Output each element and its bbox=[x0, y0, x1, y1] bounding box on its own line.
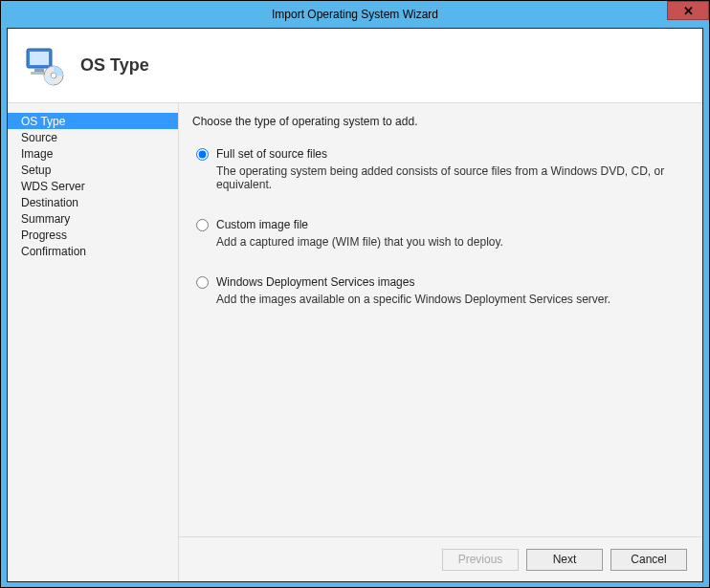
wizard-footer: Previous Next Cancel bbox=[179, 537, 702, 581]
desc-full-source: The operating system being added consist… bbox=[192, 164, 685, 191]
main-panel: Choose the type of operating system to a… bbox=[178, 103, 702, 581]
main-content: Choose the type of operating system to a… bbox=[179, 103, 702, 537]
computer-disc-icon bbox=[21, 43, 67, 89]
sidebar-item-setup[interactable]: Setup bbox=[8, 162, 178, 178]
next-button[interactable]: Next bbox=[526, 549, 603, 571]
wizard-steps-sidebar: OS Type Source Image Setup WDS Server De… bbox=[8, 103, 178, 581]
radio-label-custom-image: Custom image file bbox=[216, 218, 308, 231]
window-body: OS Type OS Type Source Image Setup WDS S… bbox=[7, 28, 703, 582]
wizard-header: OS Type bbox=[8, 29, 702, 103]
sidebar-item-confirmation[interactable]: Confirmation bbox=[8, 243, 178, 259]
svg-rect-2 bbox=[34, 68, 44, 72]
radio-full-source[interactable] bbox=[196, 148, 209, 161]
content-area: OS Type Source Image Setup WDS Server De… bbox=[8, 103, 702, 581]
sidebar-item-os-type[interactable]: OS Type bbox=[8, 113, 178, 129]
titlebar: Import Operating System Wizard ✕ bbox=[1, 1, 709, 28]
svg-point-5 bbox=[51, 73, 56, 78]
sidebar-item-wds-server[interactable]: WDS Server bbox=[8, 178, 178, 194]
radio-wds-images[interactable] bbox=[196, 276, 209, 289]
desc-wds-images: Add the images available on a specific W… bbox=[192, 293, 685, 306]
radio-label-wds-images: Windows Deployment Services images bbox=[216, 275, 414, 289]
radio-custom-image[interactable] bbox=[196, 219, 209, 231]
sidebar-item-progress[interactable]: Progress bbox=[8, 227, 178, 243]
option-wds-images[interactable]: Windows Deployment Services images bbox=[192, 275, 685, 289]
svg-rect-1 bbox=[30, 52, 49, 65]
previous-button: Previous bbox=[442, 549, 519, 571]
option-custom-image[interactable]: Custom image file bbox=[192, 218, 685, 231]
page-title: OS Type bbox=[80, 55, 149, 76]
window-title: Import Operating System Wizard bbox=[272, 8, 438, 21]
close-icon: ✕ bbox=[683, 4, 694, 18]
sidebar-item-source[interactable]: Source bbox=[8, 129, 178, 145]
instruction-text: Choose the type of operating system to a… bbox=[192, 115, 685, 128]
option-full-source[interactable]: Full set of source files bbox=[192, 147, 685, 161]
sidebar-item-image[interactable]: Image bbox=[8, 145, 178, 162]
sidebar-item-summary[interactable]: Summary bbox=[8, 210, 178, 227]
cancel-button[interactable]: Cancel bbox=[610, 549, 687, 571]
desc-custom-image: Add a captured image (WIM file) that you… bbox=[192, 235, 685, 249]
close-button[interactable]: ✕ bbox=[667, 1, 709, 20]
radio-label-full-source: Full set of source files bbox=[216, 147, 327, 161]
sidebar-item-destination[interactable]: Destination bbox=[8, 194, 178, 210]
